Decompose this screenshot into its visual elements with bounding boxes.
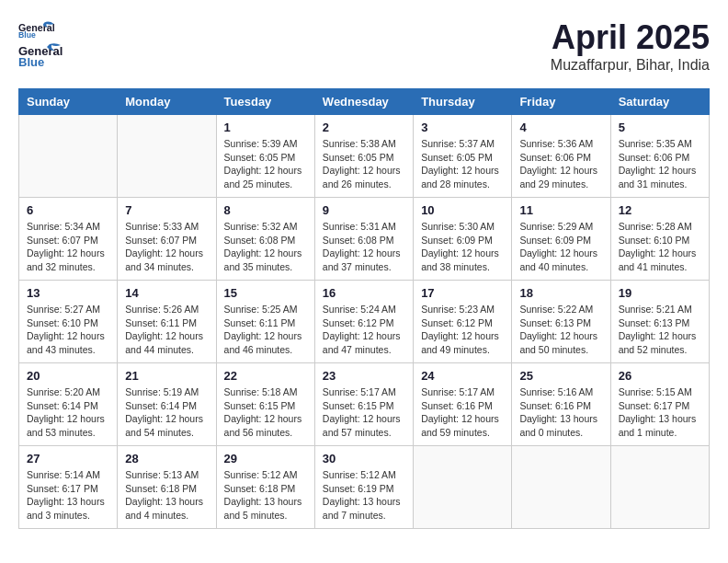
cell-info: Sunrise: 5:12 AM Sunset: 6:18 PM Dayligh… — [224, 468, 307, 523]
calendar-cell: 10Sunrise: 5:30 AM Sunset: 6:09 PM Dayli… — [414, 198, 512, 281]
cell-info: Sunrise: 5:32 AM Sunset: 6:08 PM Dayligh… — [224, 220, 307, 274]
location: Muzaffarpur, Bihar, India — [551, 57, 710, 74]
calendar-cell: 1Sunrise: 5:39 AM Sunset: 6:05 PM Daylig… — [216, 115, 314, 198]
cell-info: Sunrise: 5:22 AM Sunset: 6:13 PM Dayligh… — [519, 303, 602, 357]
month-title: April 2025 — [551, 18, 710, 57]
day-number: 5 — [619, 121, 701, 134]
cell-info: Sunrise: 5:29 AM Sunset: 6:09 PM Dayligh… — [519, 220, 602, 274]
cell-info: Sunrise: 5:25 AM Sunset: 6:11 PM Dayligh… — [224, 303, 307, 357]
day-number: 12 — [619, 203, 701, 217]
day-number: 28 — [125, 452, 208, 465]
calendar-cell — [414, 446, 512, 529]
calendar-week-3: 13Sunrise: 5:27 AM Sunset: 6:10 PM Dayli… — [19, 281, 710, 363]
calendar-cell: 24Sunrise: 5:17 AM Sunset: 6:16 PM Dayli… — [414, 363, 512, 446]
calendar-cell: 22Sunrise: 5:18 AM Sunset: 6:15 PM Dayli… — [216, 363, 314, 446]
cell-info: Sunrise: 5:38 AM Sunset: 6:05 PM Dayligh… — [323, 137, 405, 191]
calendar-cell: 5Sunrise: 5:35 AM Sunset: 6:06 PM Daylig… — [610, 115, 709, 198]
day-number: 19 — [619, 286, 701, 300]
cell-info: Sunrise: 5:17 AM Sunset: 6:16 PM Dayligh… — [421, 385, 504, 440]
cell-info: Sunrise: 5:24 AM Sunset: 6:12 PM Dayligh… — [323, 303, 405, 357]
calendar-week-1: 1Sunrise: 5:39 AM Sunset: 6:05 PM Daylig… — [19, 115, 710, 198]
day-number: 25 — [519, 369, 602, 383]
calendar-cell: 17Sunrise: 5:23 AM Sunset: 6:12 PM Dayli… — [414, 281, 512, 363]
cell-info: Sunrise: 5:23 AM Sunset: 6:12 PM Dayligh… — [421, 303, 504, 357]
cell-info: Sunrise: 5:31 AM Sunset: 6:08 PM Dayligh… — [323, 220, 405, 274]
calendar-cell: 26Sunrise: 5:15 AM Sunset: 6:17 PM Dayli… — [610, 363, 709, 446]
day-number: 8 — [224, 203, 307, 217]
day-number: 16 — [323, 286, 405, 300]
weekday-header-sunday: Sunday — [19, 89, 118, 115]
calendar-cell: 8Sunrise: 5:32 AM Sunset: 6:08 PM Daylig… — [216, 198, 314, 281]
calendar-cell: 30Sunrise: 5:12 AM Sunset: 6:19 PM Dayli… — [314, 446, 413, 529]
cell-info: Sunrise: 5:36 AM Sunset: 6:06 PM Dayligh… — [519, 137, 602, 191]
day-number: 15 — [224, 286, 307, 300]
cell-info: Sunrise: 5:27 AM Sunset: 6:10 PM Dayligh… — [27, 303, 109, 357]
calendar-cell: 15Sunrise: 5:25 AM Sunset: 6:11 PM Dayli… — [216, 281, 314, 363]
cell-info: Sunrise: 5:39 AM Sunset: 6:05 PM Dayligh… — [224, 137, 307, 191]
day-number: 13 — [27, 286, 109, 300]
cell-info: Sunrise: 5:28 AM Sunset: 6:10 PM Dayligh… — [619, 220, 701, 274]
day-number: 17 — [421, 286, 504, 300]
cell-info: Sunrise: 5:35 AM Sunset: 6:06 PM Dayligh… — [619, 137, 701, 191]
calendar-cell: 28Sunrise: 5:13 AM Sunset: 6:18 PM Dayli… — [118, 446, 216, 529]
calendar-cell: 23Sunrise: 5:17 AM Sunset: 6:15 PM Dayli… — [314, 363, 413, 446]
calendar-cell: 4Sunrise: 5:36 AM Sunset: 6:06 PM Daylig… — [512, 115, 610, 198]
weekday-header-wednesday: Wednesday — [314, 89, 413, 115]
svg-text:Blue: Blue — [18, 55, 44, 69]
calendar-header-row: SundayMondayTuesdayWednesdayThursdayFrid… — [19, 89, 710, 115]
day-number: 10 — [421, 203, 504, 217]
calendar-cell: 11Sunrise: 5:29 AM Sunset: 6:09 PM Dayli… — [512, 198, 610, 281]
calendar-cell: 18Sunrise: 5:22 AM Sunset: 6:13 PM Dayli… — [512, 281, 610, 363]
svg-text:Blue: Blue — [18, 30, 36, 40]
calendar-cell: 12Sunrise: 5:28 AM Sunset: 6:10 PM Dayli… — [610, 198, 709, 281]
cell-info: Sunrise: 5:14 AM Sunset: 6:17 PM Dayligh… — [27, 468, 109, 523]
day-number: 7 — [125, 203, 208, 217]
day-number: 21 — [125, 369, 208, 383]
day-number: 2 — [323, 121, 405, 134]
day-number: 11 — [519, 203, 602, 217]
weekday-header-friday: Friday — [512, 89, 610, 115]
cell-info: Sunrise: 5:26 AM Sunset: 6:11 PM Dayligh… — [125, 303, 208, 357]
day-number: 14 — [125, 286, 208, 300]
cell-info: Sunrise: 5:33 AM Sunset: 6:07 PM Dayligh… — [125, 220, 208, 274]
logo: General Blue General Blue — [18, 18, 69, 70]
calendar-cell — [610, 446, 709, 529]
calendar-cell: 25Sunrise: 5:16 AM Sunset: 6:16 PM Dayli… — [512, 363, 610, 446]
day-number: 3 — [421, 121, 504, 134]
calendar-cell: 14Sunrise: 5:26 AM Sunset: 6:11 PM Dayli… — [118, 281, 216, 363]
cell-info: Sunrise: 5:20 AM Sunset: 6:14 PM Dayligh… — [27, 385, 109, 440]
calendar-table: SundayMondayTuesdayWednesdayThursdayFrid… — [18, 88, 710, 529]
calendar-week-2: 6Sunrise: 5:34 AM Sunset: 6:07 PM Daylig… — [19, 198, 710, 281]
calendar-cell: 9Sunrise: 5:31 AM Sunset: 6:08 PM Daylig… — [314, 198, 413, 281]
calendar-cell — [512, 446, 610, 529]
day-number: 9 — [323, 203, 405, 217]
cell-info: Sunrise: 5:30 AM Sunset: 6:09 PM Dayligh… — [421, 220, 504, 274]
weekday-header-thursday: Thursday — [414, 89, 512, 115]
day-number: 26 — [619, 369, 701, 383]
calendar-cell: 3Sunrise: 5:37 AM Sunset: 6:05 PM Daylig… — [414, 115, 512, 198]
logo-full-icon: General Blue — [18, 42, 69, 70]
calendar-body: 1Sunrise: 5:39 AM Sunset: 6:05 PM Daylig… — [19, 115, 710, 529]
day-number: 24 — [421, 369, 504, 383]
cell-info: Sunrise: 5:34 AM Sunset: 6:07 PM Dayligh… — [27, 220, 109, 274]
logo-icon: General Blue — [18, 18, 55, 40]
day-number: 18 — [519, 286, 602, 300]
calendar-week-4: 20Sunrise: 5:20 AM Sunset: 6:14 PM Dayli… — [19, 363, 710, 446]
day-number: 4 — [519, 121, 602, 134]
calendar-week-5: 27Sunrise: 5:14 AM Sunset: 6:17 PM Dayli… — [19, 446, 710, 529]
cell-info: Sunrise: 5:37 AM Sunset: 6:05 PM Dayligh… — [421, 137, 504, 191]
day-number: 30 — [323, 452, 405, 465]
calendar-cell: 2Sunrise: 5:38 AM Sunset: 6:05 PM Daylig… — [314, 115, 413, 198]
cell-info: Sunrise: 5:18 AM Sunset: 6:15 PM Dayligh… — [224, 385, 307, 440]
calendar-cell — [118, 115, 216, 198]
day-number: 20 — [27, 369, 109, 383]
title-block: April 2025 Muzaffarpur, Bihar, India — [551, 18, 710, 74]
calendar-cell — [19, 115, 118, 198]
day-number: 6 — [27, 203, 109, 217]
cell-info: Sunrise: 5:21 AM Sunset: 6:13 PM Dayligh… — [619, 303, 701, 357]
day-number: 23 — [323, 369, 405, 383]
day-number: 29 — [224, 452, 307, 465]
calendar-cell: 7Sunrise: 5:33 AM Sunset: 6:07 PM Daylig… — [118, 198, 216, 281]
calendar-cell: 13Sunrise: 5:27 AM Sunset: 6:10 PM Dayli… — [19, 281, 118, 363]
calendar-cell: 21Sunrise: 5:19 AM Sunset: 6:14 PM Dayli… — [118, 363, 216, 446]
